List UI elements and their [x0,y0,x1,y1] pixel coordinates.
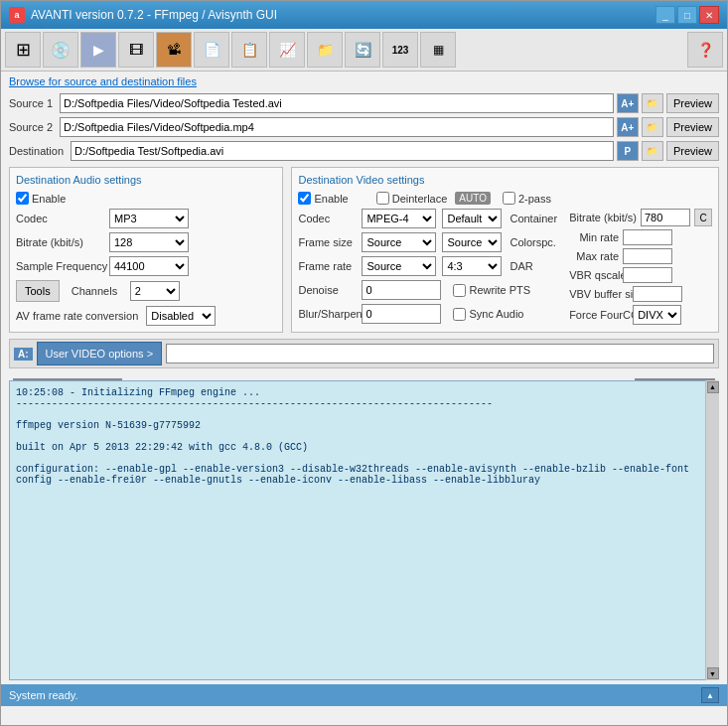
vbvbuffer-input[interactable] [633,286,682,302]
bitrate-input[interactable] [641,209,690,226]
av-frame-row: AV frame rate conversion DisabledEnabled [16,306,276,326]
title-controls: _ □ ✕ [655,6,719,24]
toolbar-btn-doc[interactable]: 📄 [194,32,229,68]
sync-audio-checkbox[interactable] [453,308,466,321]
deinterlace-label[interactable]: Deinterlace [376,192,448,205]
toolbar-btn-film3[interactable]: ▦ [420,32,456,68]
bitrate-label: Bitrate (kbit/s) [569,212,637,223]
denoise-input[interactable] [362,280,441,300]
rewrite-pts-label[interactable]: Rewrite PTS [453,284,530,297]
audio-enable-checkbox[interactable] [16,192,29,205]
toolbar: ⊞ 💿 ▶ 🎞 📽 📄 📋 📈 📁 🔄 123 ▦ ❓ [1,29,727,72]
user-video-button[interactable]: User VIDEO options > [37,342,163,365]
log-line-1: 10:25:08 - Initializing FFmpeg engine ..… [16,387,698,398]
source2-preview-btn[interactable]: Preview [666,117,719,137]
video-settings-title: Destination Video settings [298,174,712,186]
source2-input[interactable] [60,117,614,137]
status-up-button[interactable]: ▲ [701,687,719,703]
toolbar-btn-folder[interactable]: 📁 [307,32,343,68]
maxrate-input[interactable] [623,248,672,264]
sync-audio-label[interactable]: Sync Audio [453,308,523,321]
frame-rate-row: Frame rate Source242530 4:316:9 DAR [298,256,557,276]
destination-folder-btn[interactable]: 📁 [642,141,663,161]
channels-label: Channels [72,285,126,297]
vbrqscale-input[interactable] [623,267,672,283]
toolbar-btn-frames[interactable]: 🎞 [118,32,154,68]
frame-size-select2[interactable]: Source [442,232,502,252]
source2-row: Source 2 A+ 📁 Preview [9,117,719,137]
toolbar-btn-new[interactable]: ⊞ [5,32,41,68]
source1-preview-btn[interactable]: Preview [666,93,719,113]
window-title: AVANTI version 0.7.2 - FFmpeg / Avisynth… [31,8,277,22]
source2-font-btn[interactable]: A+ [617,117,639,137]
minimize-button[interactable]: _ [655,6,675,24]
source1-folder-btn[interactable]: 📁 [642,93,663,113]
blur-input[interactable] [362,304,441,324]
frame-size-row: Frame size Source480p720p Source Colorsp… [298,232,557,252]
channels-select[interactable]: 2146 [130,281,180,301]
c-button[interactable]: C [694,209,712,226]
fourcc-select[interactable]: DIVXXVIDH264 [633,305,681,325]
denoise-label: Denoise [298,284,358,296]
title-bar-left: a AVANTI version 0.7.2 - FFmpeg / Avisyn… [9,7,277,23]
audio-codec-select[interactable]: MP3AACAC3 [109,209,189,228]
maximize-button[interactable]: □ [677,6,697,24]
fourcc-row: Force FourCC to DIVXXVIDH264 [569,305,712,325]
minrate-label: Min rate [569,231,619,243]
scrollbar-down-btn[interactable]: ▼ [707,667,719,679]
rewrite-pts-checkbox[interactable] [453,284,466,297]
video-enable-checkbox[interactable] [298,192,311,205]
toolbar-btn-refresh[interactable]: 🔄 [345,32,380,68]
main-content: Browse for source and destination files … [1,72,727,706]
browse-link[interactable]: Browse for source and destination files [9,75,719,87]
aspect-select[interactable]: 4:316:9 [442,256,502,276]
video-enable-label[interactable]: Enable [298,192,348,205]
fourcc-label: Force FourCC to [569,309,629,321]
auto-badge: AUTO [455,192,491,205]
frame-size-select1[interactable]: Source480p720p [362,232,436,252]
destination-p-btn[interactable]: P [617,141,639,161]
toolbar-btn-chart[interactable]: 📈 [269,32,305,68]
minrate-input[interactable] [623,229,672,245]
destination-input[interactable] [71,141,614,161]
settings-row: Destination Audio settings Enable Codec … [9,167,719,333]
audio-tools-channels-row: Tools Channels 2146 [16,280,276,302]
user-video-icon: A: [14,348,33,361]
twopass-label[interactable]: 2-pass [503,192,551,205]
video-default-select[interactable]: Default [442,209,502,228]
vbvbuffer-label: VBV buffer size [569,288,629,300]
video-enable-row: Enable Deinterlace AUTO 2-pass [298,192,712,205]
log-line-4: ffmpeg version N-51639-g7775992 [16,420,698,431]
audio-samplefreq-select[interactable]: 441002205048000 [109,256,189,276]
log-scrollbar[interactable]: ▲ ▼ [705,380,719,681]
bitrate-row: Bitrate (kbit/s) C [569,209,712,226]
user-video-input[interactable] [166,344,714,363]
source2-folder-btn[interactable]: 📁 [642,117,663,137]
audio-bitrate-select[interactable]: 12864192256 [109,232,189,252]
twopass-checkbox[interactable] [503,192,515,205]
toolbar-btn-film[interactable]: ▶ [80,32,116,68]
deinterlace-checkbox[interactable] [376,192,389,205]
toolbar-btn-film2[interactable]: 📽 [156,32,192,68]
tools-button[interactable]: Tools [16,280,60,302]
frame-rate-select[interactable]: Source242530 [362,256,436,276]
toolbar-btn-help[interactable]: ❓ [687,32,723,68]
destination-preview-btn[interactable]: Preview [666,141,719,161]
audio-codec-label: Codec [16,213,105,224]
destination-row: Destination P 📁 Preview [9,141,719,161]
source1-font-btn[interactable]: A+ [617,93,639,113]
video-codec-select[interactable]: MPEG-4H.264H.265 [362,209,436,228]
audio-enable-label[interactable]: Enable [16,192,66,205]
close-button[interactable]: ✕ [699,6,719,24]
video-codec-bitrate-area: Codec MPEG-4H.264H.265 Default Container [298,209,712,325]
minrate-row: Min rate [569,229,712,245]
toolbar-btn-open[interactable]: 💿 [43,32,78,68]
audio-enable-row: Enable [16,192,276,205]
source1-input[interactable] [60,93,614,113]
log-line-2: ----------------------------------------… [16,398,698,409]
toolbar-btn-clipboard[interactable]: 📋 [231,32,267,68]
toolbar-sep [458,32,462,68]
toolbar-btn-123[interactable]: 123 [382,32,418,68]
scrollbar-up-btn[interactable]: ▲ [707,381,719,393]
av-frame-select[interactable]: DisabledEnabled [146,306,216,326]
